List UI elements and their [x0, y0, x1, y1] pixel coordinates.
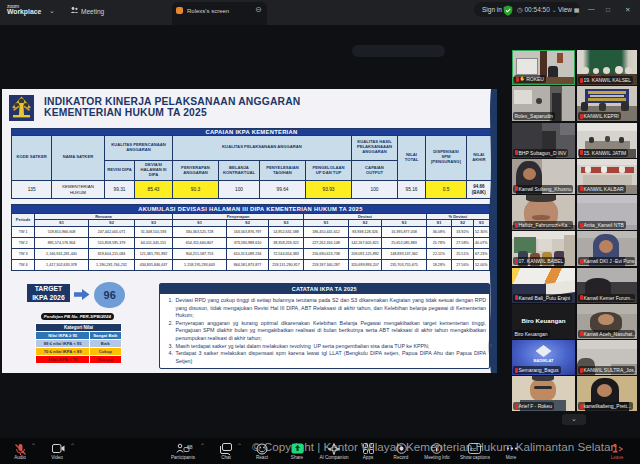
svg-text:cc: cc: [470, 446, 476, 452]
